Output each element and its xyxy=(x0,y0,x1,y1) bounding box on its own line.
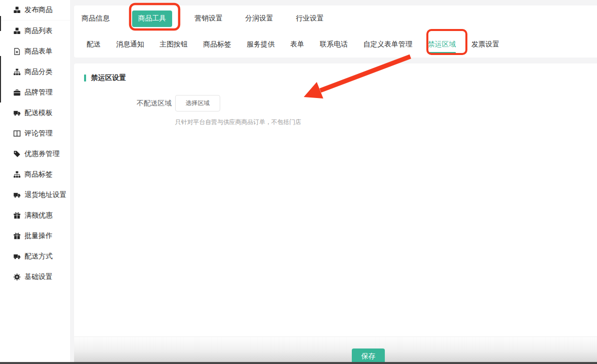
tag-icon xyxy=(14,150,21,158)
truck-icon xyxy=(14,253,21,260)
primary-tab-label: 商品工具 xyxy=(138,14,166,23)
cubes-icon xyxy=(14,28,21,34)
region-form-hint: 只针对平台自营与供应商商品订单，不包括门店 xyxy=(175,118,597,126)
secondary-tab-label: 配送 xyxy=(87,40,101,49)
sidebar-item[interactable]: 商品表单 xyxy=(0,41,70,62)
banned-region-form: 不配送区域 选择区域 只针对平台自营与供应商商品订单，不包括门店 xyxy=(137,95,597,126)
secondary-tab[interactable]: 服务提供 xyxy=(247,32,275,58)
gift-icon xyxy=(14,212,21,219)
sidebar-item-label: 发布商品 xyxy=(25,6,53,14)
secondary-tab[interactable]: 配送 xyxy=(87,32,101,58)
primary-tab-label: 行业设置 xyxy=(296,14,324,23)
window-bottom-edge xyxy=(0,362,597,364)
primary-tab[interactable]: 分润设置 xyxy=(245,6,273,32)
secondary-tab[interactable]: 商品标签 xyxy=(203,32,231,58)
primary-tab-label: 分润设置 xyxy=(245,14,273,23)
sidebar-item[interactable]: 评论管理 xyxy=(0,123,70,144)
secondary-tab[interactable]: 发票设置 xyxy=(471,32,499,58)
secondary-tab[interactable]: 消息通知 xyxy=(116,32,144,58)
sidebar-item[interactable]: 配送模板 xyxy=(0,102,70,123)
secondary-tab-label: 商品标签 xyxy=(203,40,231,49)
truck-icon xyxy=(14,192,21,198)
content-card: 禁运区设置 不配送区域 选择区域 只针对平台自营与供应商商品订单，不包括门店 xyxy=(74,64,597,336)
sidebar-item-label: 品牌管理 xyxy=(25,88,53,97)
primary-tab[interactable]: 商品信息 xyxy=(82,6,110,32)
sidebar: 发布商品 商品列表 商品表单 商品分类 品牌管理 配送模板 评论管理 优惠券管理… xyxy=(0,0,70,362)
footer-bar xyxy=(74,336,597,362)
section-accent-bar xyxy=(84,74,86,82)
columns-icon xyxy=(14,130,21,137)
briefcase-icon xyxy=(14,89,21,96)
sidebar-item[interactable]: 商品分类 xyxy=(0,62,70,82)
gear-icon xyxy=(14,274,21,280)
sidebar-item[interactable]: 退货地址设置 xyxy=(0,184,70,205)
sitemap-icon xyxy=(14,171,21,178)
spreadsheet-file-icon xyxy=(14,48,21,55)
secondary-tab[interactable]: 禁运区域 xyxy=(428,32,456,58)
secondary-tab-label: 发票设置 xyxy=(471,40,499,49)
secondary-tab-label: 服务提供 xyxy=(247,40,275,49)
secondary-tab-label: 消息通知 xyxy=(116,40,144,49)
sidebar-item[interactable]: 商品列表 xyxy=(0,20,70,41)
primary-tab[interactable]: 行业设置 xyxy=(296,6,324,32)
sidebar-item-label: 评论管理 xyxy=(25,129,53,138)
sidebar-item[interactable]: 配送方式 xyxy=(0,246,70,266)
sidebar-item[interactable]: 发布商品 xyxy=(0,0,70,20)
sidebar-item-label: 满额优惠 xyxy=(25,211,53,220)
truck-icon xyxy=(14,110,21,116)
gift-icon xyxy=(14,232,21,240)
sidebar-item-label: 商品表单 xyxy=(25,47,53,56)
primary-tab[interactable]: 商品工具 xyxy=(132,10,172,27)
sidebar-item-label: 退货地址设置 xyxy=(25,190,67,200)
secondary-tab-label: 表单 xyxy=(290,40,304,49)
secondary-tab[interactable]: 自定义表单管理 xyxy=(363,32,412,58)
sitemap-icon xyxy=(14,68,21,76)
sidebar-item[interactable]: 优惠券管理 xyxy=(0,144,70,164)
sidebar-item[interactable]: 批量操作 xyxy=(0,226,70,246)
no-delivery-region-label: 不配送区域 xyxy=(137,99,172,108)
tabs-card: 商品信息 商品工具 营销设置 分润设置 行业设置 配送 消息通知 主图按钮 商品… xyxy=(74,6,597,58)
sidebar-item-label: 基础设置 xyxy=(25,272,53,282)
secondary-tab-label: 禁运区域 xyxy=(428,40,456,49)
section-header: 禁运区设置 xyxy=(84,74,597,82)
primary-tab-label: 营销设置 xyxy=(195,14,223,23)
primary-tab-label: 商品信息 xyxy=(82,14,110,23)
primary-tab[interactable]: 营销设置 xyxy=(195,6,223,32)
sidebar-item-label: 优惠券管理 xyxy=(25,150,60,158)
sidebar-item-label: 配送模板 xyxy=(25,108,53,118)
secondary-tab-label: 联系电话 xyxy=(320,40,348,49)
secondary-tab-label: 主图按钮 xyxy=(160,40,188,49)
primary-tabs: 商品信息 商品工具 营销设置 分润设置 行业设置 xyxy=(74,6,597,32)
sidebar-item[interactable]: 基础设置 xyxy=(0,266,70,287)
sidebar-item-label: 配送方式 xyxy=(25,252,53,261)
secondary-tab[interactable]: 表单 xyxy=(290,32,304,58)
sidebar-item-label: 批量操作 xyxy=(25,232,53,240)
secondary-tab[interactable]: 主图按钮 xyxy=(160,32,188,58)
region-form-row: 不配送区域 选择区域 xyxy=(137,95,597,112)
secondary-tab-label: 自定义表单管理 xyxy=(363,40,412,49)
sidebar-item-label: 商品分类 xyxy=(25,68,53,76)
secondary-tabs: 配送 消息通知 主图按钮 商品标签 服务提供 表单 联系电话 自定义表单管理 禁… xyxy=(74,32,597,58)
section-title: 禁运区设置 xyxy=(91,74,126,82)
sidebar-item[interactable]: 满额优惠 xyxy=(0,205,70,226)
left-edge-scrollbar xyxy=(0,56,1,102)
select-region-button[interactable]: 选择区域 xyxy=(175,95,220,112)
left-edge-scrollbar xyxy=(0,16,1,31)
sidebar-item[interactable]: 品牌管理 xyxy=(0,82,70,102)
sidebar-item[interactable]: 商品标签 xyxy=(0,164,70,184)
sidebar-item-label: 商品列表 xyxy=(25,26,53,36)
secondary-tab[interactable]: 联系电话 xyxy=(320,32,348,58)
cubes-icon xyxy=(14,6,21,14)
sidebar-item-label: 商品标签 xyxy=(25,170,53,179)
